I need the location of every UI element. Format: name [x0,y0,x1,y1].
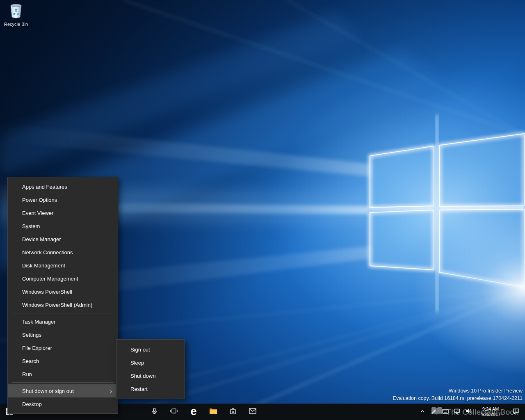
mail-button[interactable] [243,404,262,420]
tray-expand-button[interactable] [417,404,428,420]
menu-item-windows-powershell[interactable]: Windows PowerShell [8,285,118,298]
menu-item-label: Windows PowerShell [22,289,72,295]
menu-item-device-manager[interactable]: Device Manager [8,233,118,246]
mail-icon [249,408,256,415]
build-watermark: Windows 10 Pro Insider Preview Evaluatio… [393,387,523,402]
menu-item-desktop[interactable]: Desktop [8,397,118,411]
recycle-bin-label: Recycle Bin [4,22,28,27]
menu-item-label: Settings [22,332,41,338]
clock-date: 4/25/2017 [481,412,501,417]
menu-item-task-manager[interactable]: Task Manager [8,315,118,328]
menu-item-label: File Explorer [22,345,52,351]
touch-keyboard-button[interactable] [440,404,451,420]
menu-item-search[interactable]: Search [8,354,118,368]
menu-item-label: Search [22,358,39,364]
cortana-mic-button[interactable] [144,404,164,420]
menu-item-label: Event Viewer [22,210,53,216]
action-center-button[interactable] [507,404,525,420]
recycle-bin[interactable]: Recycle Bin [3,3,29,27]
winx-menu: Apps and Features Power Options Event Vi… [7,177,118,414]
taskbar-clock[interactable]: 9:24 AM 4/25/2017 [474,404,507,420]
file-explorer-icon [209,408,217,416]
menu-item-label: Computer Management [22,276,78,282]
submenu-item-label: Sleep [130,360,144,366]
action-center-icon [513,408,519,416]
menu-item-system[interactable]: System [8,219,118,233]
menu-item-label: Network Connections [22,249,73,256]
menu-separator [12,382,114,383]
windows-desktop: Recycle Bin Windows 10 Pro Insider Previ… [0,0,525,420]
menu-item-disk-management[interactable]: Disk Management [8,259,118,272]
windows-ink-button[interactable] [428,404,440,420]
menu-item-label: Run [22,371,32,377]
store-icon [230,408,236,416]
menu-item-label: Apps and Features [22,184,67,190]
submenu-item-label: Shut down [130,373,155,379]
edge-icon: e [190,406,196,417]
menu-item-label: Shut down or sign out [22,388,74,394]
menu-item-label: Task Manager [22,319,56,325]
menu-item-file-explorer[interactable]: File Explorer [8,341,118,354]
submenu-chevron-icon: › [110,388,112,394]
watermark-line2: Evaluation copy. Build 16184.rs_prerelea… [393,395,523,402]
network-button[interactable] [451,404,463,420]
chevron-up-icon [420,408,425,415]
menu-item-label: Desktop [22,401,42,407]
menu-item-label: Device Manager [22,236,61,242]
submenu-item-shut-down[interactable]: Shut down [116,369,185,382]
submenu-item-sign-out[interactable]: Sign out [116,343,185,356]
submenu-item-label: Restart [130,386,148,392]
clock-time: 9:24 AM [482,406,499,412]
task-view-icon [170,408,178,416]
edge-button[interactable]: e [184,404,203,420]
speaker-icon [466,408,472,415]
watermark-line1: Windows 10 Pro Insider Preview [393,387,523,395]
menu-item-power-options[interactable]: Power Options [8,193,118,206]
menu-item-shut-down-or-sign-out[interactable]: Shut down or sign out › [8,384,118,397]
store-button[interactable] [223,404,243,420]
menu-item-settings[interactable]: Settings [8,328,118,341]
shutdown-submenu: Sign out Sleep Shut down Restart [116,339,185,399]
taskbar-app-buttons: e [144,404,262,420]
file-explorer-button[interactable] [203,404,223,420]
pen-icon [431,408,437,415]
menu-item-label: System [22,223,40,229]
volume-button[interactable] [463,404,474,420]
recycle-bin-icon [9,3,23,21]
menu-item-apps-and-features[interactable]: Apps and Features [8,180,118,193]
menu-item-label: Disk Management [22,262,65,269]
menu-separator [12,313,114,313]
submenu-item-label: Sign out [130,347,150,353]
menu-item-computer-management[interactable]: Computer Management [8,272,118,285]
keyboard-icon [442,408,449,415]
task-view-button[interactable] [164,404,184,420]
menu-item-event-viewer[interactable]: Event Viewer [8,206,118,219]
menu-item-network-connections[interactable]: Network Connections [8,246,118,259]
submenu-item-sleep[interactable]: Sleep [116,356,185,369]
menu-item-label: Power Options [22,197,57,203]
menu-item-windows-powershell-admin[interactable]: Windows PowerShell (Admin) [8,298,118,311]
system-tray: 9:24 AM 4/25/2017 [417,404,525,420]
microphone-icon [151,408,158,416]
menu-item-run[interactable]: Run [8,368,118,381]
network-icon [454,408,460,415]
submenu-item-restart[interactable]: Restart [116,382,185,395]
menu-item-label: Windows PowerShell (Admin) [22,302,92,308]
